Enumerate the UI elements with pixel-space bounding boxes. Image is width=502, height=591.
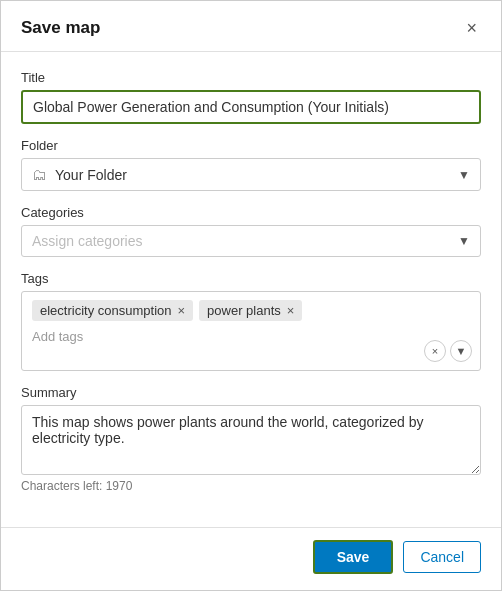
tags-clear-button[interactable]: × [424,340,446,362]
dialog-footer: Save Cancel [1,527,501,590]
title-input[interactable] [21,90,481,124]
add-tags-placeholder: Add tags [32,327,470,344]
categories-label: Categories [21,205,481,220]
tag-text: power plants [207,303,281,318]
dialog-title: Save map [21,18,100,38]
list-item: power plants × [199,300,302,321]
title-label: Title [21,70,481,85]
folder-icon: 🗂 [32,166,47,183]
tags-box[interactable]: electricity consumption × power plants ×… [21,291,481,371]
folder-field-group: Folder 🗂 Your Folder ▼ [21,138,481,191]
tags-controls: × ▼ [424,340,472,362]
folder-select[interactable]: 🗂 Your Folder ▼ [21,158,481,191]
categories-field-group: Categories Assign categories ▼ [21,205,481,257]
dialog-body: Title Folder 🗂 Your Folder ▼ Categories … [1,52,501,527]
tag-text: electricity consumption [40,303,172,318]
tags-field-group: Tags electricity consumption × power pla… [21,271,481,371]
summary-textarea[interactable] [21,405,481,475]
folder-value: Your Folder [55,167,127,183]
tag-remove-button[interactable]: × [287,304,295,317]
categories-select[interactable]: Assign categories ▼ [21,225,481,257]
tags-row: electricity consumption × power plants × [32,300,470,321]
title-field-group: Title [21,70,481,124]
cancel-button[interactable]: Cancel [403,541,481,573]
folder-chevron-icon: ▼ [458,168,470,182]
tags-chevron-button[interactable]: ▼ [450,340,472,362]
close-button[interactable]: × [462,17,481,39]
chars-left-label: Characters left: 1970 [21,479,481,493]
summary-label: Summary [21,385,481,400]
tags-label: Tags [21,271,481,286]
folder-label: Folder [21,138,481,153]
categories-placeholder: Assign categories [32,233,143,249]
save-map-dialog: Save map × Title Folder 🗂 Your Folder ▼ … [0,0,502,591]
dialog-header: Save map × [1,1,501,52]
categories-chevron-icon: ▼ [458,234,470,248]
list-item: electricity consumption × [32,300,193,321]
summary-field-group: Summary Characters left: 1970 [21,385,481,493]
save-button[interactable]: Save [313,540,394,574]
tag-remove-button[interactable]: × [178,304,186,317]
